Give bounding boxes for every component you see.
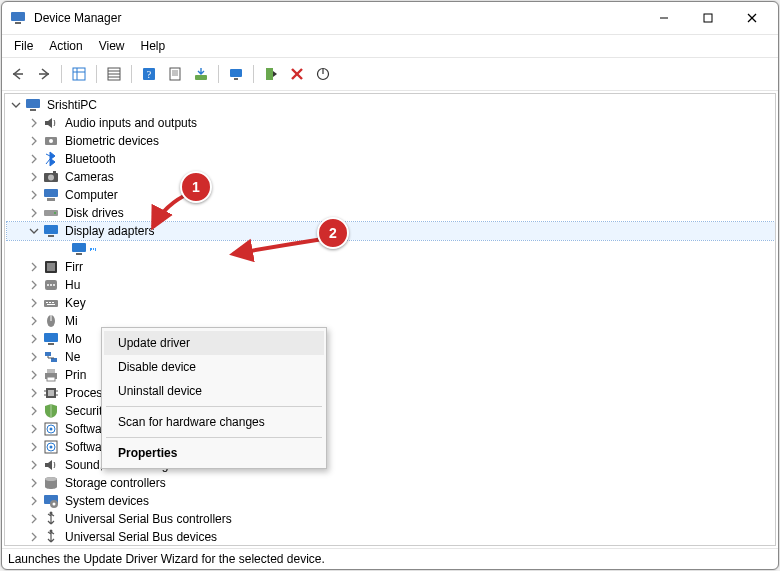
menu-help[interactable]: Help: [133, 37, 174, 55]
svg-rect-22: [266, 68, 273, 80]
chevron-right-icon[interactable]: [27, 350, 41, 364]
chevron-right-icon[interactable]: [27, 116, 41, 130]
chevron-right-icon[interactable]: [27, 422, 41, 436]
cpu-icon: [43, 385, 59, 401]
tree-node[interactable]: Universal Serial Bus controllers: [7, 510, 775, 528]
tree-node[interactable]: Audio inputs and outputs: [7, 114, 775, 132]
enable-button[interactable]: [259, 62, 283, 86]
properties-grid-button[interactable]: [102, 62, 126, 86]
chevron-right-icon[interactable]: [27, 296, 41, 310]
tree-node[interactable]: Bluetooth: [7, 150, 775, 168]
forward-button[interactable]: [32, 62, 56, 86]
menu-view[interactable]: View: [91, 37, 133, 55]
tree-node[interactable]: System devices: [7, 492, 775, 510]
tree-node[interactable]: Key: [7, 294, 775, 312]
tree-node-label: Hu: [63, 278, 82, 292]
app-icon: [10, 10, 26, 26]
update-driver-button[interactable]: [224, 62, 248, 86]
tree-root-node[interactable]: SrishtiPC: [7, 96, 775, 114]
svg-rect-26: [26, 99, 40, 108]
chevron-right-icon[interactable]: [27, 188, 41, 202]
maximize-button[interactable]: [686, 3, 730, 33]
svg-rect-19: [195, 75, 207, 80]
context-menu-item[interactable]: Scan for hardware changes: [104, 410, 324, 434]
annotation-badge-2-label: 2: [329, 225, 337, 241]
security-icon: [43, 403, 59, 419]
usb-icon: [43, 529, 59, 545]
firmware-icon: [43, 259, 59, 275]
chevron-right-icon[interactable]: [27, 332, 41, 346]
chevron-right-icon[interactable]: [27, 458, 41, 472]
svg-rect-37: [44, 225, 58, 234]
chevron-right-icon[interactable]: [27, 134, 41, 148]
chevron-down-icon[interactable]: [9, 98, 23, 112]
menu-file[interactable]: File: [6, 37, 41, 55]
tree-node[interactable]: Disk drives: [7, 204, 775, 222]
svg-rect-32: [53, 171, 56, 173]
scan-hardware-button[interactable]: [189, 62, 213, 86]
monitor-icon: [25, 97, 41, 113]
toolbar-separator: [131, 65, 132, 83]
svg-rect-33: [44, 189, 58, 197]
properties-toolbar-button[interactable]: [163, 62, 187, 86]
tree-node[interactable]: Computer: [7, 186, 775, 204]
context-menu-item[interactable]: Uninstall device: [104, 379, 324, 403]
context-menu-item[interactable]: Disable device: [104, 355, 324, 379]
toolbar-separator: [96, 65, 97, 83]
tree-node[interactable]: Cameras: [7, 168, 775, 186]
usb-icon: [43, 511, 59, 527]
device-tree[interactable]: SrishtiPCAudio inputs and outputsBiometr…: [5, 94, 775, 546]
tree-node-label: Prin: [63, 368, 88, 382]
chevron-right-icon[interactable]: [27, 404, 41, 418]
svg-rect-6: [73, 68, 85, 80]
context-menu-separator: [106, 437, 322, 438]
svg-point-44: [47, 284, 49, 286]
tree-node[interactable]: Display adapters: [7, 222, 775, 240]
tree-node[interactable]: Storage controllers: [7, 474, 775, 492]
tree-node-label: Ne: [63, 350, 82, 364]
tree-node-label: Audio inputs and outputs: [63, 116, 199, 130]
back-button[interactable]: [6, 62, 30, 86]
help-button[interactable]: ?: [137, 62, 161, 86]
chevron-right-icon[interactable]: [27, 386, 41, 400]
tree-node[interactable]: Universal Serial Bus devices: [7, 528, 775, 546]
chevron-right-icon[interactable]: [27, 278, 41, 292]
tree-child-node[interactable]: [7, 240, 775, 258]
tree-node[interactable]: Biometric devices: [7, 132, 775, 150]
disk-button[interactable]: [311, 62, 335, 86]
svg-rect-60: [47, 377, 55, 381]
chevron-right-icon[interactable]: [27, 440, 41, 454]
chevron-right-icon[interactable]: [27, 170, 41, 184]
svg-rect-59: [47, 369, 55, 373]
chevron-right-icon[interactable]: [27, 206, 41, 220]
sensor-icon: [43, 133, 59, 149]
speaker-icon: [43, 457, 59, 473]
svg-rect-47: [44, 300, 58, 307]
svg-point-69: [50, 428, 53, 431]
toolbar-separator: [61, 65, 62, 83]
menu-action[interactable]: Action: [41, 37, 90, 55]
display-icon: [43, 223, 59, 239]
annotation-badge-1-label: 1: [192, 179, 200, 195]
chevron-down-icon[interactable]: [27, 224, 41, 238]
chevron-right-icon[interactable]: [27, 260, 41, 274]
context-menu-item[interactable]: Update driver: [104, 331, 324, 355]
svg-point-77: [50, 512, 53, 515]
svg-rect-20: [230, 69, 242, 77]
uninstall-button[interactable]: [285, 62, 309, 86]
chevron-right-icon[interactable]: [27, 530, 41, 544]
context-menu-item[interactable]: Properties: [104, 441, 324, 465]
svg-point-45: [50, 284, 52, 286]
chevron-right-icon[interactable]: [27, 476, 41, 490]
close-button[interactable]: [730, 3, 774, 33]
chevron-right-icon[interactable]: [27, 512, 41, 526]
minimize-button[interactable]: [642, 3, 686, 33]
tree-node[interactable]: Firr: [7, 258, 775, 276]
chevron-right-icon[interactable]: [27, 494, 41, 508]
tree-node[interactable]: Hu: [7, 276, 775, 294]
chevron-right-icon[interactable]: [27, 314, 41, 328]
chevron-right-icon[interactable]: [27, 368, 41, 382]
chevron-right-icon[interactable]: [27, 152, 41, 166]
annotation-badge-1: 1: [180, 171, 212, 203]
show-hidden-button[interactable]: [67, 62, 91, 86]
